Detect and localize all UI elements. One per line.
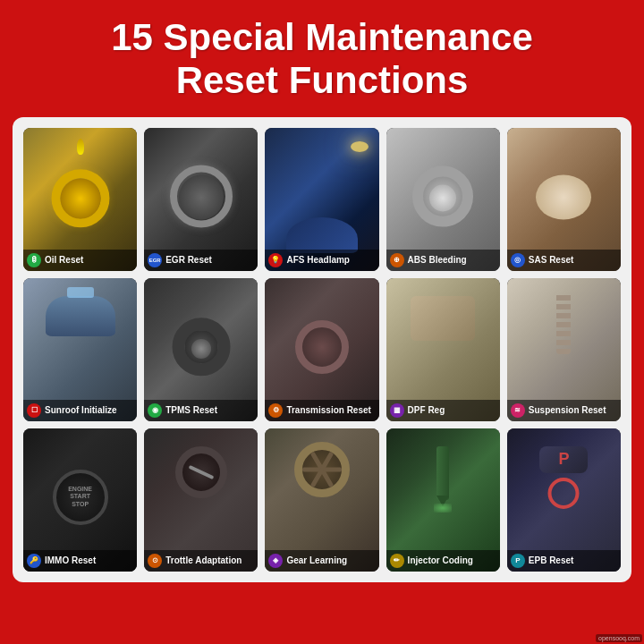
cell-label-immo: 🔑 IMMO Reset <box>23 550 137 572</box>
sas-icon: ◎ <box>511 253 525 267</box>
main-content: 🛢 Oil Reset EGR EGR Reset <box>13 117 631 582</box>
abs-label-text: ABS Bleeding <box>408 255 467 265</box>
cell-oil[interactable]: 🛢 Oil Reset <box>23 128 137 271</box>
cell-label-sunroof: ☐ Sunroof Initialize <box>23 400 137 421</box>
cell-label-tpms: ◉ TPMS Reset <box>144 400 258 421</box>
sunroof-label-text: Sunroof Initialize <box>45 405 117 415</box>
cell-throttle[interactable]: ⊙ Trottle Adaptation <box>144 428 258 572</box>
susp-icon: ≋ <box>511 403 525 418</box>
trans-icon: ⚙ <box>268 403 283 418</box>
cell-label-trans: ⚙ Transmission Reset <box>265 400 378 421</box>
cell-injector[interactable]: ✏ Injector Coding <box>386 428 500 572</box>
cell-label-gear: ◈ Gear Learning <box>265 550 378 572</box>
cell-label-oil: 🛢 Oil Reset <box>23 250 137 271</box>
afs-label-text: AFS Headlamp <box>286 255 350 265</box>
cell-egr[interactable]: EGR EGR Reset <box>144 128 258 271</box>
throttle-icon: ⊙ <box>148 554 162 568</box>
dpf-label-text: DPF Reg <box>408 405 445 415</box>
epb-label-text: EPB Reset <box>529 555 574 565</box>
trans-label-text: Transmission Reset <box>286 405 370 415</box>
grid-row-2: ☐ Sunroof Initialize ◉ TPMS Reset <box>23 278 621 421</box>
cell-epb[interactable]: P P EPB Reset <box>507 428 621 572</box>
cell-label-susp: ≋ Suspension Reset <box>507 400 621 421</box>
cell-label-egr: EGR EGR Reset <box>144 250 258 271</box>
page-title: 15 Special Maintenance Reset Functions <box>18 16 626 103</box>
sas-label-text: SAS Reset <box>529 255 574 265</box>
cell-label-dpf: ▦ DPF Reg <box>386 400 500 421</box>
cell-sas[interactable]: ◎ SAS Reset <box>507 128 621 271</box>
immo-icon: 🔑 <box>27 554 41 568</box>
cell-label-abs: ⊕ ABS Bleeding <box>386 250 500 271</box>
dpf-icon: ▦ <box>390 403 404 418</box>
cell-susp[interactable]: ≋ Suspension Reset <box>507 278 621 421</box>
injector-icon: ✏ <box>390 554 404 568</box>
egr-icon: EGR <box>148 253 162 267</box>
gear-icon: ◈ <box>268 554 283 568</box>
oil-label-text: Oil Reset <box>45 255 83 265</box>
cell-immo[interactable]: ENGINESTARTSTOP 🔑 IMMO Reset <box>23 428 137 572</box>
gear-label-text: Gear Learning <box>286 555 347 565</box>
cell-gear[interactable]: ◈ Gear Learning <box>265 428 378 572</box>
header-section: 15 Special Maintenance Reset Functions <box>0 0 644 117</box>
injector-label-text: Injector Coding <box>408 555 473 565</box>
cell-label-afs: 💡 AFS Headlamp <box>265 250 378 271</box>
grid-row-1: 🛢 Oil Reset EGR EGR Reset <box>23 128 621 271</box>
epb-icon: P <box>511 554 525 568</box>
cell-sunroof[interactable]: ☐ Sunroof Initialize <box>23 278 137 421</box>
page-wrapper: 15 Special Maintenance Reset Functions 🛢… <box>0 0 644 582</box>
cell-tpms[interactable]: ◉ TPMS Reset <box>144 278 258 421</box>
tpms-icon: ◉ <box>148 403 162 418</box>
cell-dpf[interactable]: ▦ DPF Reg <box>386 278 500 421</box>
oil-icon: 🛢 <box>27 253 41 267</box>
opensooq-watermark: opensooq.com <box>596 634 642 642</box>
egr-label-text: EGR Reset <box>165 255 212 265</box>
cell-label-epb: P EPB Reset <box>507 550 621 572</box>
cell-label-throttle: ⊙ Trottle Adaptation <box>144 550 258 572</box>
grid-row-3: ENGINESTARTSTOP 🔑 IMMO Reset ⊙ Trottle <box>23 428 621 572</box>
cell-afs[interactable]: 💡 AFS Headlamp <box>265 128 378 271</box>
throttle-label-text: Trottle Adaptation <box>165 555 242 565</box>
cell-label-injector: ✏ Injector Coding <box>386 550 500 572</box>
cell-abs[interactable]: ⊕ ABS Bleeding <box>386 128 500 271</box>
abs-icon: ⊕ <box>390 253 404 267</box>
cell-trans[interactable]: ⚙ Transmission Reset <box>265 278 378 421</box>
susp-label-text: Suspension Reset <box>529 405 606 415</box>
cell-label-sas: ◎ SAS Reset <box>507 250 621 271</box>
afs-icon: 💡 <box>268 253 283 267</box>
tpms-label-text: TPMS Reset <box>165 405 217 415</box>
immo-label-text: IMMO Reset <box>45 555 96 565</box>
sunroof-icon: ☐ <box>27 403 41 418</box>
